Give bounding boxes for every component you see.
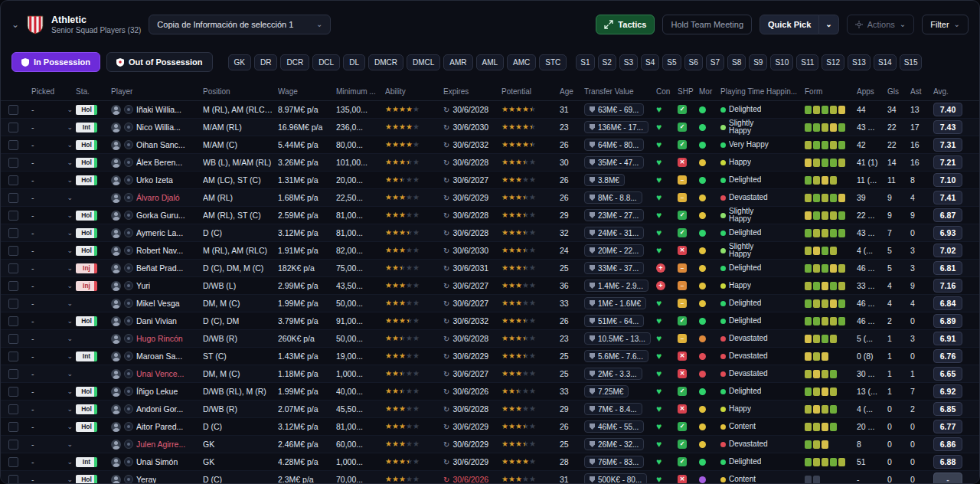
player-cell[interactable]: Andoni Gor...	[111, 404, 203, 414]
column-header-apps[interactable]: Apps	[857, 87, 887, 96]
row-checkbox[interactable]	[8, 263, 18, 273]
slot-filter-s2[interactable]: S2	[598, 54, 616, 70]
picked-select[interactable]: -⌄	[31, 457, 76, 466]
tab-in-possession[interactable]: In Possession	[11, 52, 100, 72]
column-header-position[interactable]: Position	[203, 87, 278, 96]
position-filter-dmcr[interactable]: DMCR	[368, 54, 403, 70]
player-row[interactable]: -⌄IntUnai SimónGK4.28M€ p/a1,000...★★★★★…	[1, 453, 979, 471]
player-row[interactable]: -⌄Unai Vence...DM, M (C)1.18M€ p/a1,000.…	[1, 365, 979, 383]
column-header-avg[interactable]: Avg.	[933, 87, 967, 96]
column-header-picked[interactable]: Picked	[31, 87, 76, 96]
row-checkbox[interactable]	[8, 246, 18, 256]
slot-filter-s12[interactable]: S12	[822, 54, 844, 70]
slot-filter-s3[interactable]: S3	[619, 54, 638, 70]
position-filter-dl[interactable]: DL	[343, 54, 365, 70]
player-cell[interactable]: Yeray	[111, 475, 203, 484]
player-cell[interactable]: Hugo Rincón	[111, 334, 203, 344]
player-profile-icon[interactable]	[124, 475, 133, 483]
player-name[interactable]: Mikel Vesga	[136, 299, 180, 308]
player-cell[interactable]: Maroan Sa...	[111, 352, 203, 361]
player-row[interactable]: -⌄HolÍñigo LekueD/WB (RL), M (R)1.99M€ p…	[1, 383, 979, 401]
column-header-sta[interactable]: Sta.	[76, 87, 111, 96]
row-checkbox[interactable]	[8, 387, 18, 397]
transfer-value-badge[interactable]: 5.6M€ - 7.6...	[584, 350, 648, 362]
player-row[interactable]: -⌄HolYerayD (C)2.3M€ p/a70,00...★★★★★↻30…	[1, 471, 979, 483]
player-name[interactable]: Aymeric La...	[136, 228, 183, 237]
transfer-value-badge[interactable]: 51M€ - 64...	[584, 315, 644, 327]
player-row[interactable]: -⌄HolÁlex Beren...WB (L), M/AM (RL)3.26M…	[1, 154, 979, 172]
player-cell[interactable]: Nico Willia...	[111, 123, 203, 132]
picked-select[interactable]: -⌄	[31, 387, 76, 396]
slot-filter-s13[interactable]: S13	[848, 54, 871, 70]
player-name[interactable]: Dani Vivian	[136, 316, 177, 325]
player-cell[interactable]: Robert Nav...	[111, 246, 203, 256]
player-cell[interactable]: Gorka Guru...	[111, 211, 203, 221]
transfer-value-badge[interactable]: 35M€ - 47...	[584, 156, 644, 168]
picked-select[interactable]: -⌄	[31, 211, 76, 220]
slot-filter-s8[interactable]: S8	[727, 54, 746, 70]
player-name[interactable]: Hugo Rincón	[136, 334, 183, 343]
player-cell[interactable]: Urko Izeta	[111, 175, 203, 185]
slot-filter-s1[interactable]: S1	[576, 54, 594, 70]
player-row[interactable]: -⌄HolAymeric La...D (C)3.12M€ p/a81,00..…	[1, 224, 979, 242]
row-checkbox[interactable]	[8, 352, 18, 361]
player-name[interactable]: Urko Izeta	[136, 175, 173, 185]
column-header-shp[interactable]: SHP	[678, 87, 699, 96]
row-checkbox[interactable]	[8, 175, 18, 185]
quick-pick-button[interactable]: Quick Pick	[760, 15, 819, 34]
column-header-con[interactable]: Con	[656, 87, 678, 96]
picked-select[interactable]: -⌄	[31, 105, 76, 114]
player-profile-icon[interactable]	[124, 246, 133, 255]
player-name[interactable]: Aitor Pared...	[136, 422, 183, 431]
view-selector-dropdown[interactable]: Copia de Información de selección 1 ⌄	[149, 15, 331, 34]
player-profile-icon[interactable]	[124, 369, 133, 378]
picked-select[interactable]: -⌄	[31, 123, 76, 132]
player-row[interactable]: -⌄Álvaro DjalóAM (RL)1.68M€ p/a22,50...★…	[1, 189, 979, 207]
player-row[interactable]: -⌄HolAitor Pared...D (C)3.12M€ p/a81,00.…	[1, 418, 979, 436]
row-checkbox[interactable]	[8, 369, 18, 379]
player-row[interactable]: -⌄Hugo RincónD/WB (R)260K€ p/a50,00...★★…	[1, 330, 979, 348]
player-profile-icon[interactable]	[124, 404, 133, 414]
player-profile-icon[interactable]	[124, 123, 133, 132]
row-checkbox[interactable]	[8, 193, 18, 203]
player-name[interactable]: Álex Beren...	[136, 158, 182, 167]
player-profile-icon[interactable]	[124, 175, 133, 185]
row-checkbox[interactable]	[8, 123, 18, 132]
hold-team-meeting-button[interactable]: Hold Team Meeting	[662, 15, 752, 34]
player-cell[interactable]: Julen Agirre...	[111, 440, 203, 450]
slot-filter-s15[interactable]: S15	[900, 54, 923, 70]
filter-dropdown[interactable]: Filter ⌄	[922, 15, 969, 34]
player-profile-icon[interactable]	[124, 352, 133, 361]
slot-filter-s7[interactable]: S7	[706, 54, 724, 70]
player-name[interactable]: Julen Agirre...	[136, 440, 185, 449]
transfer-value-badge[interactable]: 7M€ - 8.4...	[584, 403, 642, 415]
transfer-value-badge[interactable]: 2M€ - 3.3...	[584, 368, 642, 380]
position-filter-stc[interactable]: STC	[539, 54, 567, 70]
player-cell[interactable]: Aitor Pared...	[111, 422, 203, 432]
player-name[interactable]: Gorka Guru...	[136, 211, 185, 220]
slot-filter-s5[interactable]: S5	[662, 54, 681, 70]
row-checkbox[interactable]	[8, 228, 18, 238]
picked-select[interactable]: -⌄	[31, 316, 76, 325]
player-row[interactable]: -⌄Julen Agirre...GK2.46M€ p/a60,00...★★★…	[1, 436, 979, 453]
picked-select[interactable]: -⌄	[31, 158, 76, 167]
slot-filter-s10[interactable]: S10	[770, 54, 793, 70]
tab-out-of-possession[interactable]: Out of Possession	[106, 52, 213, 72]
player-profile-icon[interactable]	[124, 211, 133, 220]
player-name[interactable]: Nico Willia...	[136, 123, 181, 132]
player-profile-icon[interactable]	[124, 158, 133, 167]
player-cell[interactable]: Álvaro Djaló	[111, 193, 203, 203]
position-filter-dr[interactable]: DR	[254, 54, 277, 70]
player-row[interactable]: -⌄InjBeñat Prad...D (C), DM, M (C)182K€ …	[1, 260, 979, 277]
column-header-playing-time-happin[interactable]: Playing Time Happin...	[720, 87, 805, 96]
picked-select[interactable]: -⌄	[31, 475, 76, 483]
player-profile-icon[interactable]	[124, 316, 133, 325]
transfer-value-badge[interactable]: 63M€ - 69...	[584, 103, 644, 116]
player-profile-icon[interactable]	[124, 457, 133, 466]
column-header-player[interactable]: Player	[111, 87, 203, 96]
player-name[interactable]: Beñat Prad...	[136, 263, 183, 273]
player-cell[interactable]: Unai Vence...	[111, 369, 203, 379]
picked-select[interactable]: -⌄	[31, 263, 76, 273]
picked-select[interactable]: -⌄	[31, 175, 76, 185]
transfer-value-badge[interactable]: 23M€ - 27...	[584, 209, 644, 221]
